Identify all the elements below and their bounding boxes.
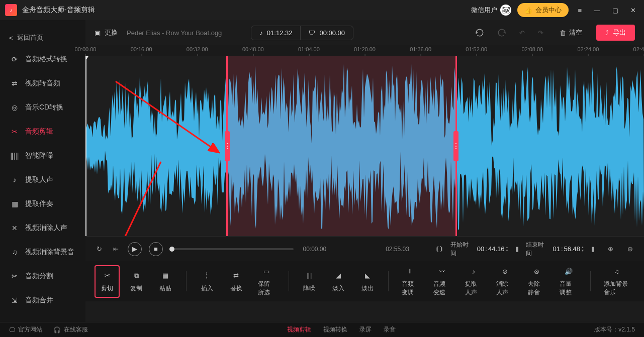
insert-icon: ⦚ [202,270,213,281]
ruler-mark: 02:08.00 [521,46,543,52]
tool-speed[interactable]: 〰音频变速 [428,262,456,301]
sidebar-item-0[interactable]: ⟳音频格式转换 [0,47,85,71]
chevron-down-icon[interactable]: ▼ [581,249,584,252]
tool-insert[interactable]: ⦚插入 [195,266,220,297]
waveform-area[interactable] [85,56,644,236]
replace-icon: ⇄ [231,270,242,281]
playback-bar: ↻ ⇤ ▶ ■ 00:00.00 02:55.03 ⦗⦘ 开始时间 00 : 4… [85,236,644,261]
sidebar-item-5[interactable]: ♪提取人声 [0,168,85,192]
sidebar-item-label: 提取伴奏 [25,199,53,208]
vip-button[interactable]: 👍 会员中心 [517,3,569,17]
clear-label: 清空 [569,28,582,37]
tool-cut[interactable]: ✂剪切 [95,265,120,298]
maximize-button[interactable]: ▢ [609,5,621,16]
zoom-out-button[interactable]: ⊖ [625,243,635,255]
sidebar-item-6[interactable]: ▦提取伴奏 [0,192,85,216]
selection-overlay[interactable] [226,56,457,236]
status-tab-2[interactable]: 录屏 [359,325,372,334]
sidebar-item-2[interactable]: ◎音乐CD转换 [0,95,85,120]
redo-far-button[interactable]: ↷ [536,27,545,39]
file-icon: ▣ [95,29,101,37]
selection-handle-left[interactable] [225,131,230,161]
undo-button[interactable] [473,26,486,39]
sidebar-item-4[interactable]: ‖|‖智能降噪 [0,144,85,168]
selection-handle-right[interactable] [453,131,458,161]
tool-denoise-tool[interactable]: ‖|降噪 [297,266,322,297]
sidebar-item-label: 智能降噪 [25,151,53,160]
end-time-input[interactable]: 01 : 56.48 ▲▼ [553,245,584,253]
tool-remove-silence[interactable]: ⊗去除静音 [523,262,550,301]
selection-duration[interactable]: ♪ 01:12.32 [251,26,301,40]
flag-start-icon[interactable]: ▮ [513,243,521,255]
file-toolbar: ▣ 更换 Peder Elias - Row Your Boat.ogg ♪ 0… [85,20,644,45]
status-tab-1[interactable]: 视频转换 [323,325,347,334]
sidebar-item-1[interactable]: ⇄视频转音频 [0,71,85,95]
stop-button[interactable]: ■ [149,242,163,256]
tool-label: 替换 [230,284,242,293]
minimize-button[interactable]: — [591,5,603,16]
tool-label: 消除人声 [496,280,514,297]
sidebar-item-3[interactable]: ✂音频剪辑 [0,120,85,144]
tool-label: 音频变速 [433,280,451,297]
tool-copy[interactable]: ⧉复制 [124,266,149,297]
swap-file-button[interactable]: ▣ 更换 [95,28,118,37]
loop-button[interactable]: ↻ [95,243,104,255]
sidebar-item-8[interactable]: ♫视频消除背景音 [0,240,85,264]
tool-extract-voice[interactable]: ♪提取人声 [460,262,488,301]
menu-button[interactable]: ≡ [575,5,585,16]
sidebar-back[interactable]: < 返回首页 [0,28,85,47]
tool-label: 音频变调 [402,280,419,297]
flag-end-icon[interactable]: ▮ [589,243,597,255]
tool-remove-voice[interactable]: ⊘消除人声 [491,262,519,301]
sidebar-item-9[interactable]: ✂音频分割 [0,264,85,288]
ruler-mark: 00:00.00 [75,46,97,52]
close-button[interactable]: ✕ [627,5,639,16]
statusbar: 🖵 官方网站 🎧 在线客服 视频剪辑视频转换录屏录音 版本号：v2.1.5 [0,322,644,337]
status-tab-0[interactable]: 视频剪辑 [287,325,311,334]
version-label: 版本号： [594,326,618,333]
total-time: 02:55.03 [386,246,409,253]
timeline-ruler[interactable]: 00:00.0000:16.0000:32.0000:48.0001:04.00… [85,45,644,56]
export-label: 导出 [613,28,626,37]
tool-fadein[interactable]: ◢淡入 [326,266,351,297]
cut-icon: ✂ [102,270,113,281]
sidebar-back-label: 返回首页 [17,33,43,42]
tool-replace[interactable]: ⇄替换 [224,266,249,297]
bracket-left-icon[interactable]: ⦗⦘ [433,243,445,255]
export-button[interactable]: ⤴ 导出 [596,25,635,41]
sidebar-item-label: 视频转音频 [25,79,60,88]
status-tab-3[interactable]: 录音 [384,325,396,334]
tool-keep[interactable]: ▭保留所选 [253,262,281,301]
tool-fadeout[interactable]: ◣淡出 [355,266,380,297]
clear-button[interactable]: 🗑 清空 [555,25,587,40]
playhead[interactable] [85,56,86,236]
progress-track[interactable] [172,248,294,250]
progress-knob[interactable] [169,247,174,252]
redo-button[interactable] [495,26,508,39]
chevron-up-icon[interactable]: ▲ [506,246,509,249]
sidebar-item-7[interactable]: ✕视频消除人声 [0,216,85,240]
tool-pitch[interactable]: ⫴音频变调 [397,262,424,301]
tool-volume[interactable]: 🔊音量调整 [555,262,582,301]
sidebar-item-label: 音频合并 [25,296,53,305]
support-link[interactable]: 🎧 在线客服 [53,325,88,334]
zoom-in-button[interactable]: ⊕ [606,243,615,255]
tool-paste[interactable]: ▦粘贴 [153,266,178,297]
chevron-up-icon[interactable]: ▲ [581,246,584,249]
copy-icon: ⧉ [131,270,142,281]
protect-duration[interactable]: 🛡 00:00.00 [301,26,353,40]
headset-icon: 🎧 [53,326,61,333]
chevron-down-icon[interactable]: ▼ [506,249,509,252]
sidebar-item-10[interactable]: ⇲音频合并 [0,288,85,312]
skip-start-button[interactable]: ⇤ [111,243,121,255]
tool-label: 复制 [130,284,142,293]
end-time-label: 结束时间 [526,241,547,258]
undo-far-button[interactable]: ↶ [517,27,527,39]
tool-divider [289,271,289,291]
tool-add-bgm[interactable]: ♫添加背景音乐 [599,262,635,301]
start-time-input[interactable]: 00 : 44.16 ▲▼ [477,245,509,253]
wechat-user[interactable]: 微信用户 🐼 [471,5,511,16]
play-button[interactable]: ▶ [128,242,142,256]
official-site-link[interactable]: 🖵 官方网站 [9,325,42,334]
video-remove-voice-icon: ✕ [10,223,19,233]
